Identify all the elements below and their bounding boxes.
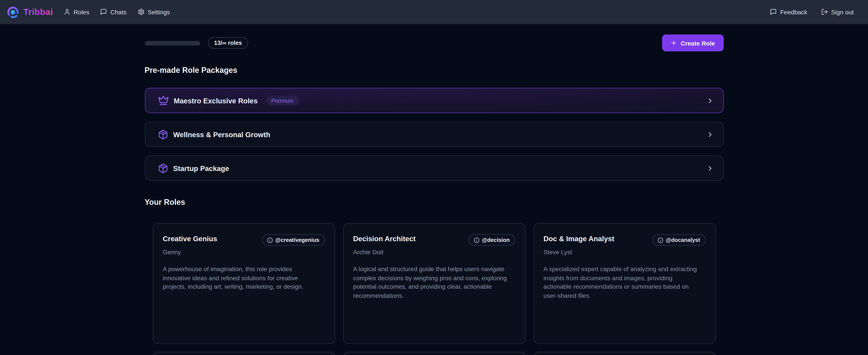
card-header: Doc & Image Analyst @docanalyst — [544, 234, 705, 246]
package-label: Maestro Exclusive Roles — [174, 97, 258, 105]
package-row-maestro-exclusive-roles[interactable]: Maestro Exclusive Roles Premium — [145, 88, 723, 113]
package-label: Startup Package — [173, 164, 229, 172]
role-card-partial[interactable] — [343, 352, 525, 355]
chevron-right-icon — [706, 164, 714, 172]
nav-right-links: Feedback Sign out — [770, 8, 854, 16]
role-card-creative-genius[interactable]: Creative Genius @creativegenius Genny A … — [152, 223, 335, 344]
chat-bubble-icon — [100, 9, 107, 16]
crown-icon — [158, 95, 169, 106]
user-icon — [63, 9, 70, 16]
app-viewport: Tribbai Roles Chats Settings Feedback — [0, 0, 868, 355]
package-icon — [158, 129, 168, 140]
role-handle: @creativegenius — [275, 237, 319, 243]
premade-packages-heading: Pre-made Role Packages — [145, 65, 723, 76]
main-content: 13/∞ roles Create Role Pre-made Role Pac… — [145, 34, 723, 355]
premium-badge: Premium — [266, 96, 299, 105]
create-role-button[interactable]: Create Role — [662, 34, 723, 51]
roles-count-badge: 13/∞ roles — [208, 37, 249, 49]
role-card-partial[interactable] — [533, 352, 716, 355]
brand-name: Tribbai — [23, 7, 53, 17]
nav-item-roles[interactable]: Roles — [63, 8, 89, 16]
role-handle: @docanalyst — [666, 237, 700, 243]
role-card-decision-architect[interactable]: Decision Architect @decision Archie Doit… — [343, 223, 525, 344]
role-title: Creative Genius — [163, 234, 217, 244]
role-handle-badge[interactable]: @decision — [468, 234, 515, 246]
package-row-content: Startup Package — [158, 163, 706, 173]
info-icon — [657, 237, 663, 243]
role-handle-badge[interactable]: @docanalyst — [652, 234, 705, 246]
roles-quota: 13/∞ roles — [145, 37, 249, 49]
role-title: Decision Architect — [353, 234, 416, 244]
screen: Tribbai Roles Chats Settings Feedback — [0, 0, 868, 355]
role-handle: @decision — [482, 237, 509, 243]
role-subtitle: Steve Lyst — [544, 248, 705, 256]
nav-item-label: Chats — [111, 8, 126, 16]
top-nav: Tribbai Roles Chats Settings Feedback — [0, 0, 868, 24]
package-row-startup-package[interactable]: Startup Package — [145, 155, 723, 181]
role-cards-grid: Creative Genius @creativegenius Genny A … — [152, 223, 716, 355]
nav-item-label: Roles — [74, 8, 89, 16]
brand-logo[interactable]: Tribbai — [6, 6, 53, 19]
your-roles-heading: Your Roles — [145, 197, 723, 207]
package-list: Maestro Exclusive Roles Premium Wellness… — [145, 88, 723, 181]
log-out-icon — [821, 9, 828, 16]
role-title: Doc & Image Analyst — [544, 234, 614, 244]
plus-icon — [670, 40, 677, 46]
role-description: A powerhouse of imagination, this role p… — [163, 265, 324, 291]
nav-item-settings[interactable]: Settings — [137, 8, 170, 16]
package-label: Wellness & Personal Growth — [173, 130, 271, 138]
info-icon — [473, 237, 479, 243]
card-header: Creative Genius @creativegenius — [163, 234, 324, 246]
nav-item-chats[interactable]: Chats — [100, 8, 126, 16]
sign-out-label: Sign out — [831, 8, 854, 16]
sign-out-button[interactable]: Sign out — [821, 8, 854, 16]
tribbai-logo-icon — [6, 6, 20, 19]
role-handle-badge[interactable]: @creativegenius — [261, 234, 324, 246]
role-card-partial[interactable] — [152, 352, 335, 355]
role-subtitle: Archie Doit — [353, 248, 515, 256]
info-icon — [267, 237, 273, 243]
package-row-wellness-personal-growth[interactable]: Wellness & Personal Growth — [145, 122, 723, 147]
role-description: A specialized expert capable of analyzin… — [544, 265, 705, 300]
package-row-content: Wellness & Personal Growth — [158, 129, 706, 140]
chat-bubble-icon — [770, 9, 777, 16]
chevron-right-icon — [706, 97, 714, 105]
role-card-doc-image-analyst[interactable]: Doc & Image Analyst @docanalyst Steve Ly… — [533, 223, 716, 344]
roles-toolbar: 13/∞ roles Create Role — [145, 34, 723, 51]
feedback-label: Feedback — [780, 8, 807, 16]
main-nav-links: Roles Chats Settings — [63, 8, 170, 16]
nav-item-label: Settings — [148, 8, 170, 16]
roles-progress-bar — [145, 41, 200, 45]
role-subtitle: Genny — [163, 248, 324, 256]
card-header: Decision Architect @decision — [353, 234, 515, 246]
package-icon — [158, 163, 168, 173]
role-description: A logical and structured guide that help… — [353, 265, 515, 300]
feedback-button[interactable]: Feedback — [770, 8, 807, 16]
gear-icon — [137, 9, 145, 16]
create-role-label: Create Role — [681, 39, 715, 47]
package-row-content: Maestro Exclusive Roles Premium — [158, 95, 706, 106]
chevron-right-icon — [706, 130, 714, 138]
